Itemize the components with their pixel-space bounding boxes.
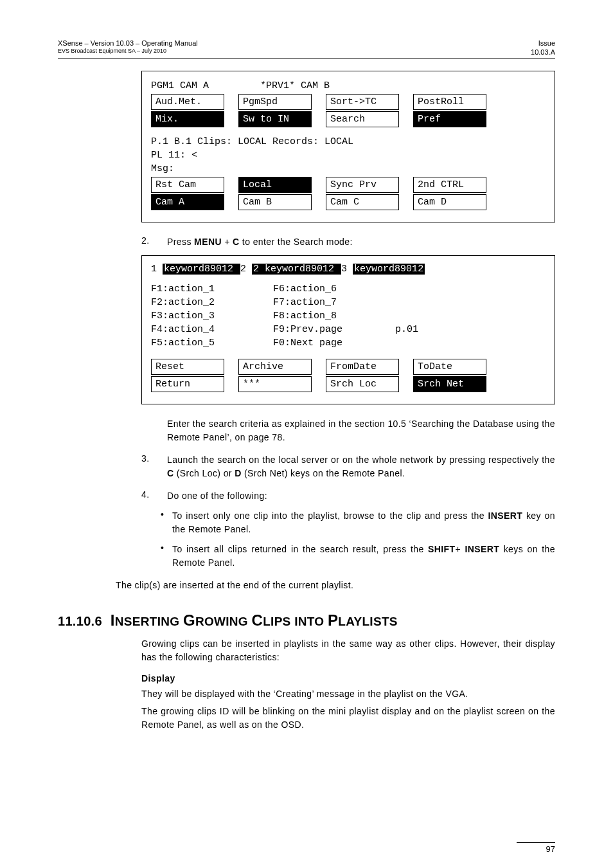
- f3-action: F3:action_3: [151, 309, 273, 323]
- f1-action: F1:action_1: [151, 282, 273, 296]
- archive-button[interactable]: Archive: [238, 359, 312, 375]
- stars-button[interactable]: ***: [238, 376, 312, 392]
- step2-e: to enter the Search mode:: [240, 237, 353, 247]
- prv1-label: *PRV1* CAM B: [260, 79, 330, 93]
- header-left: XSense – Version 10.03 – Operating Manua…: [58, 39, 198, 57]
- step2-menu: MENU: [194, 237, 222, 247]
- keyword-3: keyword89012: [353, 264, 425, 275]
- step-4-body: Do one of the following:: [167, 489, 555, 503]
- bullet-1: • To insert only one clip into the playl…: [161, 509, 555, 536]
- step3-c-key: C: [167, 468, 174, 478]
- actions-left: F1:action_1 F2:action_2 F3:action_3 F4:a…: [151, 282, 273, 350]
- remote-panel-display-1: PGM1 CAM A *PRV1* CAM B Aud.Met. PgmSpd …: [141, 71, 555, 222]
- header-subtitle: EVS Broadcast Equipment SA – July 2010: [58, 48, 198, 55]
- bullet-2-marker: •: [161, 543, 172, 570]
- cam-b-button[interactable]: Cam B: [238, 194, 312, 210]
- search-button[interactable]: Search: [326, 111, 399, 127]
- bullet-2-text: To insert all clips returned in the sear…: [172, 543, 555, 570]
- keyword-2: 2 keyword89012: [252, 264, 341, 275]
- actions-right: p.01: [395, 282, 418, 350]
- page-number: 97: [517, 842, 555, 854]
- todate-button[interactable]: ToDate: [413, 359, 486, 375]
- return-button[interactable]: Return: [151, 376, 224, 392]
- fromdate-button[interactable]: FromDate: [326, 359, 399, 375]
- header: XSense – Version 10.03 – Operating Manua…: [58, 39, 555, 59]
- f8-action: F8:action_8: [273, 309, 395, 323]
- kw-mid: 2: [240, 264, 252, 275]
- keyword-1: keyword89012: [163, 264, 240, 275]
- header-issue: Issue: [531, 39, 555, 48]
- f6-action: F6:action_6: [273, 282, 395, 296]
- header-title: XSense – Version 10.03 – Operating Manua…: [58, 39, 198, 48]
- section-heading: 11.10.6 INSERTING GROWING CLIPS INTO PLA…: [58, 611, 555, 629]
- step2-a: Press: [167, 237, 194, 247]
- postroll-button[interactable]: PostRoll: [413, 94, 486, 110]
- section-number: 11.10.6: [58, 614, 102, 628]
- b2-insert: INSERT: [465, 544, 500, 554]
- reset-button[interactable]: Reset: [151, 359, 224, 375]
- step3-d-key: D: [235, 468, 242, 478]
- b2-c: +: [456, 544, 465, 554]
- growing-intro: Growing clips can be inserted in playlis…: [141, 637, 555, 664]
- sync-prv-button[interactable]: Sync Prv: [326, 177, 399, 193]
- f7-action: F7:action_7: [273, 296, 395, 309]
- b1-insert: INSERT: [488, 511, 523, 521]
- closing-text: The clip(s) are inserted at the end of t…: [116, 579, 555, 592]
- step3-a: Launch the search on the local server or…: [167, 455, 555, 465]
- display-heading: Display: [141, 673, 555, 683]
- f4-action: F4:action_4: [151, 323, 273, 336]
- step2-c: +: [222, 237, 233, 247]
- step2-c-key: C: [233, 237, 240, 247]
- remote-panel-display-2: 1 keyword89012 2 2 keyword89012 3 keywor…: [141, 255, 555, 404]
- sort-tc-button[interactable]: Sort->TC: [326, 94, 399, 110]
- bullet-1-text: To insert only one clip into the playlis…: [172, 509, 555, 536]
- actions-mid: F6:action_6 F7:action_7 F8:action_8 F9:P…: [273, 282, 395, 350]
- keyword-row: 1 keyword89012 2 2 keyword89012 3 keywor…: [151, 262, 546, 276]
- b1-a: To insert only one clip into the playlis…: [172, 511, 488, 521]
- sw-to-in-button[interactable]: Sw to IN: [238, 111, 312, 127]
- step-2-body: Press MENU + C to enter the Search mode:: [167, 235, 555, 249]
- pgmspd-button[interactable]: PgmSpd: [238, 94, 312, 110]
- second-ctrl-button[interactable]: 2nd CTRL: [413, 177, 486, 193]
- mix-button[interactable]: Mix.: [151, 111, 224, 127]
- kw-pre-1: 1: [151, 264, 163, 275]
- step-3-number: 3.: [141, 453, 167, 480]
- srch-net-button[interactable]: Srch Net: [413, 376, 486, 392]
- b2-shift: SHIFT: [428, 544, 455, 554]
- local-button[interactable]: Local: [238, 177, 312, 193]
- display-p1: They will be displayed with the ‘Creatin…: [141, 687, 555, 701]
- page-indicator: p.01: [395, 323, 418, 336]
- panel1-title-row: PGM1 CAM A *PRV1* CAM B: [151, 79, 546, 93]
- msg-line: Msg:: [151, 162, 546, 176]
- pgm1-label: PGM1 CAM A: [151, 79, 260, 93]
- f0-action: F0:Next page: [273, 336, 395, 350]
- step-4-number: 4.: [141, 489, 167, 503]
- page: XSense – Version 10.03 – Operating Manua…: [0, 0, 613, 868]
- bullet-1-marker: •: [161, 509, 172, 536]
- step-4: 4. Do one of the following:: [141, 489, 555, 503]
- display-p2: The growing clips ID will be blinking on…: [141, 705, 555, 732]
- step3-e: (Srch Net) keys on the Remote Panel.: [242, 468, 405, 478]
- cam-d-button[interactable]: Cam D: [413, 194, 486, 210]
- aud-met-button[interactable]: Aud.Met.: [151, 94, 224, 110]
- b2-a: To insert all clips returned in the sear…: [172, 544, 428, 554]
- f5-action: F5:action_5: [151, 336, 273, 350]
- kw-mid-2: 3: [341, 264, 353, 275]
- header-right: Issue 10.03.A: [531, 39, 555, 57]
- step3-c: (Srch Loc) or: [174, 468, 235, 478]
- header-version: 10.03.A: [531, 48, 555, 57]
- actions-grid: F1:action_1 F2:action_2 F3:action_3 F4:a…: [151, 282, 546, 350]
- cam-c-button[interactable]: Cam C: [326, 194, 399, 210]
- srch-loc-button[interactable]: Srch Loc: [326, 376, 399, 392]
- section-content: Growing clips can be inserted in playlis…: [141, 637, 555, 732]
- step-3-body: Launch the search on the local server or…: [167, 453, 555, 480]
- clips-line: P.1 B.1 Clips: LOCAL Records: LOCAL: [151, 135, 546, 149]
- step-3: 3. Launch the search on the local server…: [141, 453, 555, 480]
- cam-a-button[interactable]: Cam A: [151, 194, 224, 210]
- step-2: 2. Press MENU + C to enter the Search mo…: [141, 235, 555, 249]
- rst-cam-button[interactable]: Rst Cam: [151, 177, 224, 193]
- pref-button[interactable]: Pref: [413, 111, 486, 127]
- enter-criteria-text: Enter the search criteria as explained i…: [167, 417, 555, 444]
- step-2-number: 2.: [141, 235, 167, 249]
- f2-action: F2:action_2: [151, 296, 273, 309]
